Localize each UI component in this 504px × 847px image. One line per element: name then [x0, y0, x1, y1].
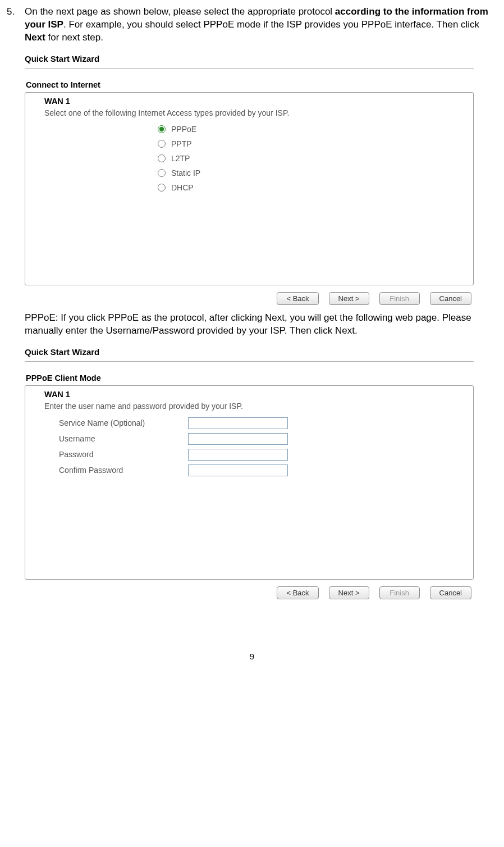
- radio-l2tp-label: L2TP: [171, 153, 190, 164]
- mid-c: PPPoE: [108, 312, 139, 323]
- label-service-name: Service Name (Optional): [59, 418, 188, 429]
- wizard2-form: Service Name (Optional) Username Passwor…: [44, 415, 468, 478]
- step-text-a: On the next page as shown below, please …: [25, 6, 335, 17]
- wizard2-title: Quick Start Wizard: [25, 345, 474, 360]
- step-text-d: Next: [25, 32, 45, 43]
- label-password: Password: [59, 449, 188, 460]
- label-confirm-password: Confirm Password: [59, 465, 188, 476]
- divider: [25, 361, 474, 362]
- step-text-c: . For example, you should select PPPoE m…: [63, 19, 479, 30]
- radio-pppoe-label: PPPoE: [171, 124, 196, 135]
- radio-staticip-input[interactable]: [158, 169, 166, 177]
- divider: [25, 68, 474, 69]
- cancel-button[interactable]: Cancel: [430, 292, 471, 305]
- wizard1-panel: WAN 1 Select one of the following Intern…: [25, 92, 474, 285]
- radio-staticip-label: Static IP: [171, 168, 200, 179]
- radio-l2tp-input[interactable]: [158, 154, 166, 162]
- input-username[interactable]: [188, 433, 288, 445]
- radio-pptp-input[interactable]: [158, 140, 166, 148]
- mid-e: Next: [265, 312, 285, 323]
- wizard1-wan: WAN 1: [44, 96, 468, 108]
- wizard-screenshot-1: Quick Start Wizard Connect to Internet W…: [25, 52, 474, 306]
- field-password: Password: [59, 447, 468, 462]
- step-number: 5.: [7, 6, 25, 19]
- wizard2-section: PPPoE Client Mode: [25, 373, 474, 385]
- input-confirm-password[interactable]: [188, 465, 288, 476]
- wizard2-panel: WAN 1 Enter the user name and password p…: [25, 385, 474, 580]
- field-confirm-password: Confirm Password: [59, 462, 468, 478]
- wizard2-instruction: Enter the user name and password provide…: [44, 401, 468, 415]
- radio-pppoe-input[interactable]: [158, 125, 166, 133]
- mid-b: If you click: [58, 312, 108, 323]
- radio-staticip[interactable]: Static IP: [158, 166, 468, 180]
- finish-button: Finish: [379, 586, 420, 599]
- field-service-name: Service Name (Optional): [59, 415, 468, 431]
- label-username: Username: [59, 434, 188, 444]
- radio-dhcp-input[interactable]: [158, 184, 166, 192]
- wizard1-title: Quick Start Wizard: [25, 52, 474, 67]
- back-button[interactable]: < Back: [277, 292, 318, 305]
- input-service-name[interactable]: [188, 417, 288, 429]
- wizard2-wan: WAN 1: [44, 389, 468, 402]
- cancel-button[interactable]: Cancel: [430, 586, 471, 599]
- wizard1-buttons: < Back Next > Finish Cancel: [25, 285, 474, 306]
- wizard1-instruction: Select one of the following Internet Acc…: [44, 108, 468, 122]
- radio-pptp[interactable]: PPTP: [158, 136, 468, 151]
- wizard-screenshot-2: Quick Start Wizard PPPoE Client Mode WAN…: [25, 345, 474, 600]
- field-username: Username: [59, 431, 468, 447]
- page-number: 9: [0, 600, 504, 662]
- radio-l2tp[interactable]: L2TP: [158, 151, 468, 166]
- mid-h: .: [355, 325, 358, 336]
- mid-a: PPPoE:: [25, 312, 58, 323]
- next-button[interactable]: Next >: [329, 586, 369, 599]
- wizard1-radio-list: PPPoE PPTP L2TP Static IP DHCP: [44, 122, 468, 195]
- finish-button: Finish: [379, 292, 420, 305]
- radio-pptp-label: PPTP: [171, 139, 192, 149]
- step-text-e: for next step.: [45, 32, 103, 43]
- radio-dhcp[interactable]: DHCP: [158, 180, 468, 195]
- wizard1-section: Connect to Internet: [25, 80, 474, 92]
- mid-g: Next: [335, 325, 355, 336]
- back-button[interactable]: < Back: [277, 586, 318, 599]
- radio-pppoe[interactable]: PPPoE: [158, 122, 468, 136]
- next-button[interactable]: Next >: [329, 292, 369, 305]
- wizard2-buttons: < Back Next > Finish Cancel: [25, 580, 474, 600]
- step-instruction: On the next page as shown below, please …: [25, 6, 498, 44]
- radio-dhcp-label: DHCP: [171, 183, 194, 193]
- input-password[interactable]: [188, 449, 288, 461]
- mid-d: as the protocol, after clicking: [139, 312, 265, 323]
- pppoe-paragraph: PPPoE: If you click PPPoE as the protoco…: [0, 306, 504, 338]
